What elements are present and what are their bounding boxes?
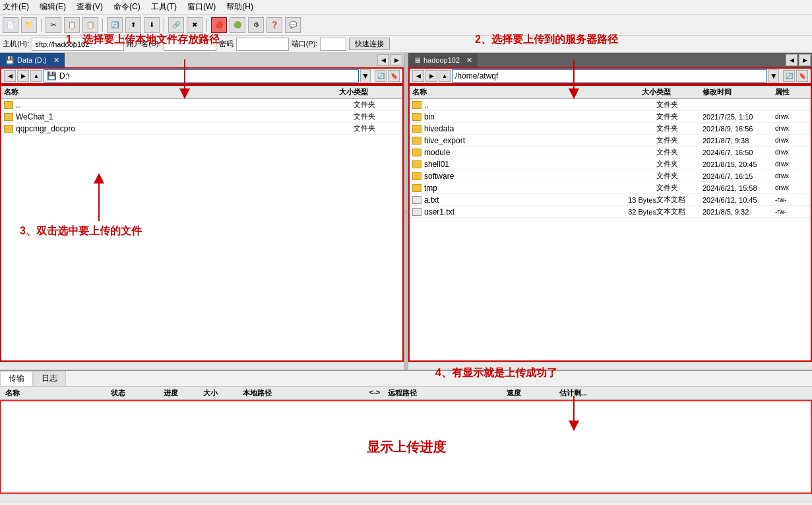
transfer-tab-transfer[interactable]: 传输: [0, 371, 33, 386]
toolbar-btn-7[interactable]: ⬆: [125, 17, 141, 33]
file-name: ..: [16, 100, 20, 110]
file-name: shell01: [424, 160, 449, 169]
transfer-col-progress: 进度: [164, 388, 203, 398]
left-col-size-header: 大小: [301, 87, 354, 97]
left-hscrollbar[interactable]: [0, 362, 404, 370]
toolbar-btn-3[interactable]: ✂: [46, 17, 61, 33]
right-up-button[interactable]: ▲: [439, 70, 451, 82]
toolbar-btn-14[interactable]: ❓: [266, 17, 282, 33]
list-item[interactable]: shell01 文件夹 2021/8/15, 20:45 drwx: [410, 158, 811, 170]
list-item[interactable]: hivedata 文件夹 2021/8/9, 16:56 drwx: [410, 123, 811, 135]
file-attr: drwx: [775, 160, 808, 168]
transfer-col-name: 名称: [5, 388, 111, 398]
file-date: 2021/8/7, 9:38: [703, 137, 775, 145]
list-item[interactable]: WeChat_1 文件夹: [1, 111, 402, 123]
left-forward-button[interactable]: ▶: [17, 70, 29, 82]
file-attr: drwx: [775, 137, 808, 144]
right-file-list-header: 名称 大小 类型 修改时间 属性: [410, 86, 811, 99]
list-item[interactable]: a.txt 13 Bytes 文本文档 2024/6/12, 10:45 -rw…: [410, 194, 811, 206]
left-col-name-header: 名称: [4, 87, 301, 97]
right-file-list: 名称 大小 类型 修改时间 属性 .. 文件夹 bin 文件夹: [408, 84, 812, 362]
right-path-dropdown[interactable]: ▼: [768, 69, 779, 83]
right-panel-nav-left[interactable]: ◀: [786, 54, 797, 66]
menu-file[interactable]: 文件(E): [3, 1, 29, 13]
right-col-attr-header: 属性: [775, 87, 808, 97]
menu-tools[interactable]: 工具(T): [151, 1, 177, 13]
toolbar-btn-10[interactable]: ✖: [187, 17, 203, 33]
file-type: 文本文档: [656, 207, 703, 217]
toolbar-btn-12[interactable]: 🟢: [230, 17, 245, 33]
menu-view[interactable]: 查看(V): [77, 1, 103, 13]
right-bookmark-btn[interactable]: 🔖: [796, 70, 808, 82]
list-item[interactable]: user1.txt 32 Bytes 文本文档 2021/8/5, 9:32 -…: [410, 206, 811, 218]
left-path-text: D:\: [59, 71, 69, 81]
transfer-section: 传输 日志 名称 状态 进度 大小 本地路径 <-> 远程路径 速度 估计剩..…: [0, 370, 812, 502]
left-refresh-btn[interactable]: 🔄: [375, 70, 387, 82]
right-hscrollbar[interactable]: [408, 362, 812, 370]
toolbar-btn-4[interactable]: 📋: [64, 17, 80, 33]
list-item[interactable]: qqpcmgr_docpro 文件夹: [1, 123, 402, 135]
toolbar-btn-5[interactable]: 📋: [82, 17, 98, 33]
right-panel-nav-right[interactable]: ▶: [799, 54, 811, 66]
right-panel-tab[interactable]: 🖥 hadoop102 ✕: [408, 53, 478, 67]
toolbar-btn-8[interactable]: ⬇: [144, 17, 160, 33]
file-date: 2021/8/5, 9:32: [703, 208, 775, 216]
toolbar-btn-13[interactable]: ⚙: [248, 17, 264, 33]
right-forward-button[interactable]: ▶: [425, 70, 437, 82]
port-input[interactable]: [320, 38, 346, 51]
username-input[interactable]: [164, 38, 216, 51]
toolbar-btn-2[interactable]: 📁: [21, 17, 37, 33]
toolbar-btn-9[interactable]: 🔗: [168, 17, 184, 33]
transfer-hscrollbar[interactable]: [0, 494, 812, 502]
list-item[interactable]: module 文件夹 2024/6/7, 16:50 drwx: [410, 147, 811, 158]
file-attr: drwx: [775, 184, 808, 191]
list-item[interactable]: tmp 文件夹 2024/6/21, 15:58 drwx: [410, 182, 811, 194]
list-item[interactable]: software 文件夹 2024/6/7, 16:15 drwx: [410, 170, 811, 182]
right-back-button[interactable]: ◀: [412, 70, 424, 82]
left-panel-tab[interactable]: 💾 Data (D:) ✕: [0, 53, 65, 67]
left-panel-nav-right[interactable]: ▶: [390, 54, 402, 66]
statusbar: 已连接 hadoop102:22。 二进制 2 对象 0 Bytes CSDN …: [0, 502, 812, 505]
menu-edit[interactable]: 编辑(E): [40, 1, 66, 13]
file-name: ..: [424, 100, 429, 110]
host-label: 主机(H):: [3, 39, 29, 49]
toolbar-sep-4: [206, 18, 207, 32]
right-panel-tab-close[interactable]: ✕: [466, 56, 472, 65]
right-col-date-header: 修改时间: [703, 87, 775, 97]
menu-window[interactable]: 窗口(W): [187, 1, 216, 13]
menu-help[interactable]: 帮助(H): [226, 1, 253, 13]
list-item[interactable]: bin 文件夹 2021/7/25, 1:10 drwx: [410, 111, 811, 123]
file-attr: -rw-: [775, 208, 808, 215]
host-input[interactable]: [32, 38, 124, 51]
file-type: 文件夹: [656, 123, 703, 133]
left-files-container: .. 文件夹 WeChat_1 文件夹 qqpcmgr_docpro 文件夹: [1, 99, 402, 135]
left-back-button[interactable]: ◀: [4, 70, 16, 82]
password-input[interactable]: [236, 38, 289, 51]
toolbar-btn-11[interactable]: 🔴: [211, 17, 227, 33]
right-refresh-btn[interactable]: 🔄: [783, 70, 795, 82]
file-type: 文件夹: [656, 183, 703, 193]
file-icon: [412, 196, 422, 204]
left-path-display[interactable]: 💾 D:\: [44, 69, 359, 83]
transfer-tab-log[interactable]: 日志: [33, 371, 66, 386]
password-label: 密码: [219, 39, 234, 49]
quick-connect-button[interactable]: 快速连接: [349, 38, 390, 50]
right-path-display[interactable]: /home/atwqf: [452, 69, 767, 83]
file-size: 13 Bytes: [604, 196, 656, 204]
right-col-type-header: 类型: [656, 87, 703, 97]
left-path-dropdown[interactable]: ▼: [360, 69, 371, 83]
left-panel-nav-left[interactable]: ◀: [377, 54, 389, 66]
menu-command[interactable]: 命令(C): [113, 1, 141, 13]
folder-icon: [412, 149, 422, 156]
list-item[interactable]: .. 文件夹: [410, 99, 811, 111]
list-item[interactable]: .. 文件夹: [1, 99, 402, 111]
file-name: WeChat_1: [16, 112, 53, 121]
left-panel-tab-close[interactable]: ✕: [53, 56, 59, 65]
toolbar-btn-6[interactable]: 🔄: [107, 17, 123, 33]
left-up-button[interactable]: ▲: [30, 70, 42, 82]
toolbar-btn-1[interactable]: 📄: [3, 17, 18, 33]
toolbar-btn-15[interactable]: 💬: [285, 17, 301, 33]
file-type: 文件夹: [656, 112, 703, 121]
left-bookmark-btn[interactable]: 🔖: [388, 70, 400, 82]
list-item[interactable]: hive_export 文件夹 2021/8/7, 9:38 drwx: [410, 135, 811, 147]
